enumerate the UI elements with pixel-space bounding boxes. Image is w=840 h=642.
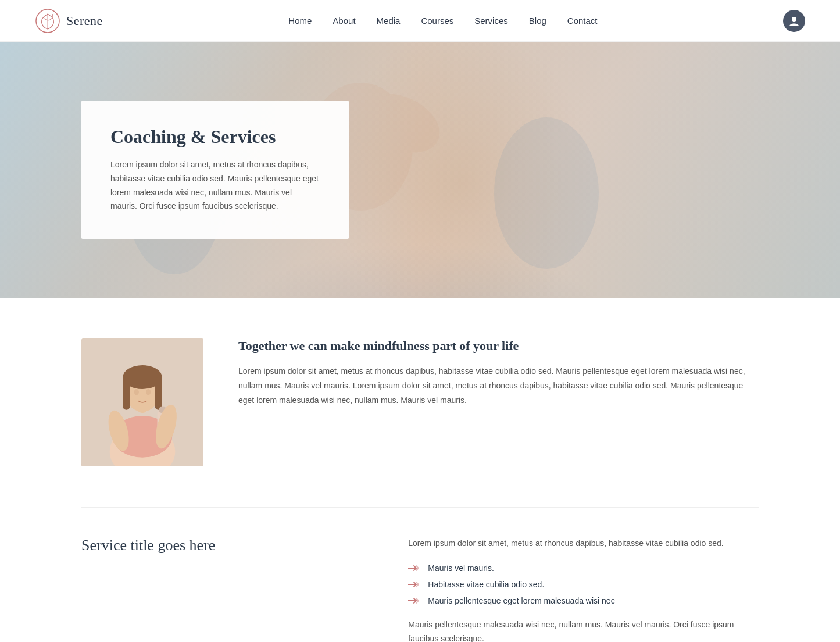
logo-icon [35,8,60,34]
list-item-text: Habitasse vitae cubilia odio sed. [428,580,544,589]
list-item: Mauris pellentesque eget lorem malesuada… [408,596,759,605]
nav-item-services[interactable]: Services [474,16,508,26]
nav-item-home[interactable]: Home [288,16,312,26]
service-right-col: Lorem ipsum dolor sit amet, metus at rho… [408,537,759,642]
svg-point-1 [792,17,796,22]
list-arrow-icon [408,597,421,605]
hero-description: Lorem ipsum dolor sit amet, metus at rho… [110,158,320,213]
together-content: Together we can make mindfulness part of… [238,338,759,408]
nav-item-media[interactable]: Media [377,16,401,26]
svg-rect-13 [155,377,162,410]
together-description: Lorem ipsum dolor sit amet, metus at rho… [238,364,759,408]
brand-name: Serene [66,13,103,28]
list-arrow-icon [408,564,421,572]
svg-point-19 [134,389,139,395]
svg-point-20 [146,389,151,395]
service-title: Service title goes here [81,537,373,554]
together-title: Together we can make mindfulness part of… [238,338,759,354]
service-footer-text: Mauris pellentesque malesuada wisi nec, … [408,618,759,642]
nav-links: Home About Media Courses Services Blog C… [288,16,597,26]
service-intro-text: Lorem ipsum dolor sit amet, metus at rho… [408,537,759,551]
list-item-text: Mauris vel mauris. [428,563,494,573]
list-arrow-icon [408,580,421,588]
service-left-col: Service title goes here [81,537,373,554]
logo-area[interactable]: Serene [35,8,103,34]
svg-rect-12 [123,377,130,410]
hero-section: Coaching & Services Lorem ipsum dolor si… [0,42,840,298]
nav-item-courses[interactable]: Courses [421,16,453,26]
nav-item-blog[interactable]: Blog [529,16,546,26]
together-section: Together we can make mindfulness part of… [0,298,840,507]
list-item: Mauris vel mauris. [408,563,759,573]
service-list: Mauris vel mauris. Habitasse vitae cubil… [408,563,759,605]
nav-item-contact[interactable]: Contact [567,16,598,26]
user-avatar[interactable] [783,10,805,32]
hero-card: Coaching & Services Lorem ipsum dolor si… [81,101,349,239]
list-item-text: Mauris pellentesque eget lorem malesuada… [428,596,614,605]
nav-item-about[interactable]: About [333,16,355,26]
list-item: Habitasse vitae cubilia odio sed. [408,580,759,589]
navbar: Serene Home About Media Courses Services… [0,0,840,42]
together-image [81,338,203,466]
hero-title: Coaching & Services [110,126,320,148]
service-section: Service title goes here Lorem ipsum dolo… [0,508,840,642]
